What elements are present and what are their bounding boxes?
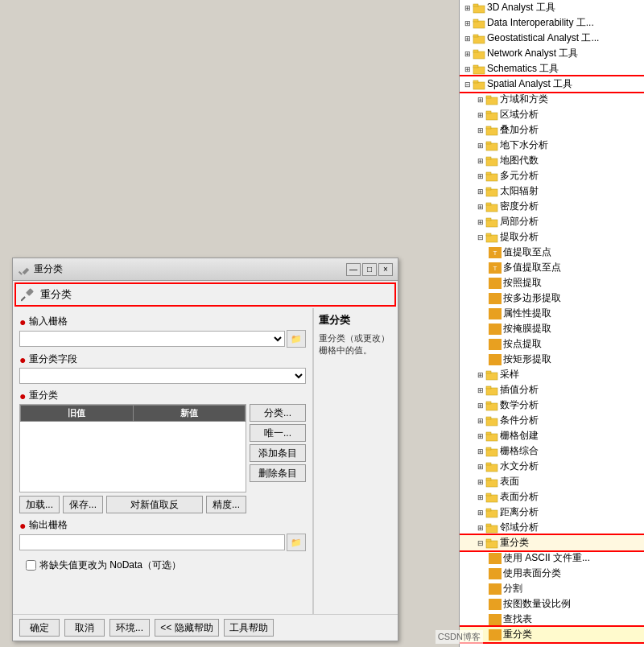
cancel-button[interactable]: 取消 xyxy=(64,619,105,637)
output-raster-browse-button[interactable]: 📁 xyxy=(287,534,306,551)
svg-rect-39 xyxy=(489,324,502,335)
nodata-checkbox[interactable] xyxy=(26,560,36,571)
tree-item-zfl-fenge[interactable]: 分割 xyxy=(460,581,644,596)
unique-button[interactable]: 唯一... xyxy=(250,424,306,442)
tree-item-jubu[interactable]: ⊞ 局部分析 xyxy=(460,214,644,229)
tree-item-tiqu-andian[interactable]: 按点提取 xyxy=(460,336,644,352)
tool-title-text: 重分类 xyxy=(40,287,72,302)
tree-item-tiqu-anjuxing[interactable]: 按矩形提取 xyxy=(460,352,644,367)
folder-icon-di xyxy=(473,18,485,29)
tree-item-geostatistical[interactable]: ⊞ Geostatistical Analyst 工... xyxy=(460,31,644,46)
tool-icon-duozhi: T xyxy=(489,262,502,274)
input-raster-browse-button[interactable]: 📁 xyxy=(287,330,306,348)
tree-item-shuiwen[interactable]: ⊞ 水文分析 xyxy=(460,459,644,474)
folder-icon-cz xyxy=(485,385,498,396)
tree-item-zfl-zhongfenlei[interactable]: 重分类 xyxy=(460,627,644,642)
close-button[interactable]: × xyxy=(378,263,393,276)
action-buttons-bar: 确定 取消 环境... << 隐藏帮助 工具帮助 xyxy=(13,614,398,641)
tree-item-3d-analyst[interactable]: ⊞ 3D Analyst 工具 xyxy=(460,0,644,15)
tree-item-data-interop[interactable]: ⊞ Data Interoperability 工... xyxy=(460,15,644,31)
folder-icon-fy xyxy=(485,94,498,105)
tool-title-section: 重分类 xyxy=(14,282,396,307)
add-entry-button[interactable]: 添加条目 xyxy=(250,444,306,462)
output-raster-input[interactable] xyxy=(19,534,285,550)
tree-label-tiqu-andian: 按点提取 xyxy=(503,337,542,351)
input-raster-select[interactable] xyxy=(19,331,285,347)
tree-item-taiyang[interactable]: ⊞ 太阳辐射 xyxy=(460,183,644,199)
tree-item-ditu[interactable]: ⊞ 地图代数 xyxy=(460,153,644,168)
tree-label-taiyang: 太阳辐射 xyxy=(500,184,539,198)
tree-item-tiqu-shuxing[interactable]: 属性性提取 xyxy=(460,306,644,321)
folder-icon-tj xyxy=(485,125,498,136)
svg-rect-45 xyxy=(486,386,491,389)
tree-item-biaomian2[interactable]: ⊞ 表面分析 xyxy=(460,489,644,505)
folder-icon-tjn xyxy=(485,415,498,427)
svg-rect-66 xyxy=(489,553,502,564)
confirm-button[interactable]: 确定 xyxy=(19,619,60,637)
tree-item-caiyang[interactable]: ⊞ 采样 xyxy=(460,367,644,382)
minimize-button[interactable]: — xyxy=(346,263,361,276)
tree-item-shanjian[interactable]: ⊞ 栅格创建 xyxy=(460,428,644,443)
environment-button[interactable]: 环境... xyxy=(109,619,150,637)
expand-icon-sx: ⊞ xyxy=(476,401,485,410)
tree-item-tiaojian[interactable]: ⊞ 条件分析 xyxy=(460,413,644,428)
folder-icon-sa xyxy=(473,79,485,90)
maximize-button[interactable]: □ xyxy=(362,263,377,276)
tool-icon-andian xyxy=(489,339,502,350)
tree-item-duoyuan[interactable]: ⊞ 多元分析 xyxy=(460,168,644,183)
tree-item-zfl-anshuliang[interactable]: 按图数量设比例 xyxy=(460,596,644,612)
tree-item-tiqu[interactable]: ⊟ 提取分析 xyxy=(460,229,644,245)
tree-item-tiqu-juju[interactable]: 按掩膜提取 xyxy=(460,321,644,336)
tree-item-midu[interactable]: ⊞ 密度分析 xyxy=(460,199,644,214)
svg-rect-25 xyxy=(486,188,491,190)
tree-item-zfl-ascii[interactable]: 使用 ASCII 文件重... xyxy=(460,550,644,566)
expand-icon-bm: ⊞ xyxy=(476,477,485,487)
tree-item-tiqu-zhidian[interactable]: T 值提取至点 xyxy=(460,245,644,260)
remap-field-select[interactable] xyxy=(19,368,306,384)
delete-entry-button[interactable]: 删除条目 xyxy=(250,464,306,482)
tree-item-dixia[interactable]: ⊞ 地下水分析 xyxy=(460,138,644,153)
expand-icon-3d: ⊞ xyxy=(463,3,473,13)
tree-item-spatial-analyst[interactable]: ⊟ Spatial Analyst 工具 xyxy=(460,76,644,92)
svg-rect-9 xyxy=(473,65,478,68)
expand-icon-net: ⊞ xyxy=(463,49,473,59)
tree-item-zhongfenlei[interactable]: ⊟ 重分类 xyxy=(460,535,644,550)
svg-rect-16 xyxy=(486,128,497,135)
tree-item-tianjia[interactable]: ⊞ 叠加分析 xyxy=(460,122,644,138)
svg-rect-20 xyxy=(486,159,497,166)
tree-item-biaomian[interactable]: ⊞ 表面 xyxy=(460,474,644,489)
tree-item-zfl-biaomian[interactable]: 使用表面分类 xyxy=(460,566,644,581)
tree-item-shanjian2[interactable]: ⊞ 栅格综合 xyxy=(460,443,644,459)
precision-button[interactable]: 精度... xyxy=(206,496,246,513)
tree-label-geostatistical: Geostatistical Analyst 工... xyxy=(487,31,599,45)
hide-help-button[interactable]: << 隐藏帮助 xyxy=(155,619,219,637)
tree-item-chazhi[interactable]: ⊞ 插值分析 xyxy=(460,382,644,398)
tree-label-network: Network Analyst 工具 xyxy=(487,47,578,60)
load-button[interactable]: 加载... xyxy=(19,496,60,513)
dialog-body: ● 输入栅格 📁 ● 重分类字段 ● 重分 xyxy=(13,308,398,614)
folder-icon-dt xyxy=(485,155,498,167)
tree-item-tiqu-duozhi[interactable]: T 多值提取至点 xyxy=(460,260,644,275)
save-button[interactable]: 保存... xyxy=(63,496,103,513)
reverse-button[interactable]: 对新值取反 xyxy=(106,496,203,513)
expand-icon-tj: ⊞ xyxy=(476,126,485,135)
tree-item-linyu[interactable]: ⊞ 邻域分析 xyxy=(460,520,644,535)
output-raster-label: ● 输出栅格 xyxy=(19,518,306,532)
expand-icon-jl: ⊞ xyxy=(476,508,485,517)
dialog-titlebar: 重分类 — □ × xyxy=(13,258,398,281)
tree-item-shuxue[interactable]: ⊞ 数学分析 xyxy=(460,398,644,413)
tree-item-tiqu-anjiu[interactable]: 按照提取 xyxy=(460,275,644,291)
tree-item-quyu[interactable]: ⊞ 区域分析 xyxy=(460,107,644,122)
expand-icon-sw: ⊞ xyxy=(476,462,485,472)
svg-rect-0 xyxy=(473,6,485,13)
tool-help-button[interactable]: 工具帮助 xyxy=(224,619,274,637)
dialog-form: ● 输入栅格 📁 ● 重分类字段 ● 重分 xyxy=(13,308,313,614)
tree-item-network[interactable]: ⊞ Network Analyst 工具 xyxy=(460,46,644,61)
tree-label-tiqu-duobianxing: 按多边形提取 xyxy=(503,291,561,305)
tree-item-fangyu[interactable]: ⊞ 方域和方类 xyxy=(460,92,644,107)
tree-item-tiqu-duobianxing[interactable]: 按多边形提取 xyxy=(460,291,644,306)
tree-item-zfl-chazhao[interactable]: 查找表 xyxy=(460,612,644,627)
classify-button[interactable]: 分类... xyxy=(250,404,306,422)
tree-item-juli[interactable]: ⊞ 距离分析 xyxy=(460,505,644,520)
tree-item-schematics[interactable]: ⊞ Schematics 工具 xyxy=(460,61,644,76)
